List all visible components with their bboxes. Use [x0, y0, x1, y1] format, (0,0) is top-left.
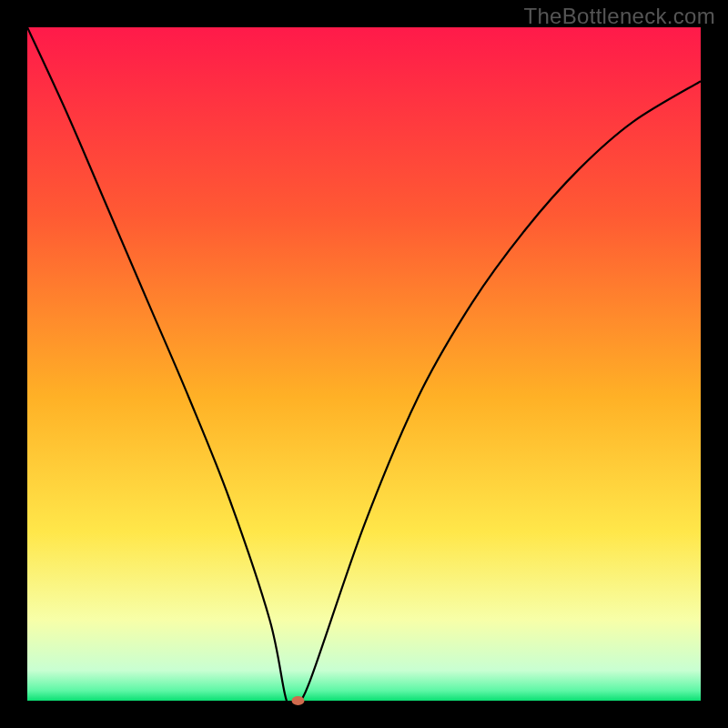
- bottleneck-plot: [0, 0, 728, 728]
- chart-frame: TheBottleneck.com: [0, 0, 728, 728]
- plot-background: [27, 27, 701, 701]
- optimum-marker: [291, 696, 304, 705]
